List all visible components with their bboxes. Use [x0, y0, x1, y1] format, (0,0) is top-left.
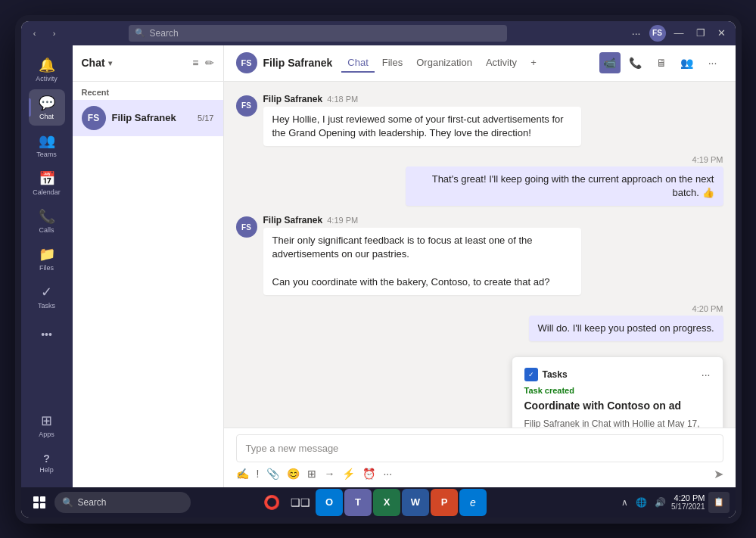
message-row-2: 4:19 PM That's great! I'll keep going wi…: [236, 155, 723, 206]
audio-call-btn[interactable]: 📞: [625, 52, 646, 73]
help-icon: ?: [43, 452, 50, 465]
tab-activity[interactable]: Activity: [480, 54, 523, 73]
chat-icon: 💬: [39, 95, 55, 111]
chat-list-item-filip[interactable]: FS Filip Safranek 5/17: [73, 100, 223, 136]
more-chat-options-btn[interactable]: ···: [702, 52, 723, 73]
minimize-btn[interactable]: —: [670, 26, 688, 40]
title-bar: ‹ › 🔍 ··· FS — ❐ ✕: [21, 21, 736, 45]
msg-bubble-2: That's great! I'll keep going with the c…: [406, 166, 723, 206]
taskbar-time: 4:20 PM: [671, 493, 705, 502]
taskbar-right: ∧ 🌐 🔊 4:20 PM 5/17/2021 📋: [619, 492, 730, 513]
sidebar-label-activity: Activity: [36, 75, 58, 82]
filip-avatar: FS: [82, 106, 106, 130]
emoji-icon[interactable]: 😊: [287, 468, 300, 480]
chat-dropdown-icon[interactable]: ▾: [108, 59, 112, 67]
chat-panel-title: Chat ▾: [82, 57, 112, 69]
chevron-up-icon[interactable]: ∧: [619, 496, 630, 509]
sidebar-item-help[interactable]: ? Help: [29, 445, 65, 481]
sidebar-item-more[interactable]: •••: [29, 316, 65, 353]
calendar-icon: 📅: [39, 170, 55, 187]
nav-back-btn[interactable]: ‹: [27, 26, 42, 41]
task-description: Filip Safranek in Chat with Hollie at Ma…: [524, 418, 711, 427]
message-input-area: Type a new message ✍ ! 📎 😊 ⊞ → ⚡ ⏰ ··· ➤: [224, 428, 736, 487]
task-view-btn[interactable]: ❑❑: [287, 489, 314, 516]
video-call-btn[interactable]: 📹: [599, 52, 621, 73]
send-btn[interactable]: ➤: [714, 467, 723, 481]
teams-app-btn[interactable]: T: [344, 489, 372, 516]
msg-sender-1: Filip Safranek: [263, 94, 323, 104]
sidebar-item-calendar[interactable]: 📅 Calendar: [29, 165, 65, 201]
word-app-btn[interactable]: W: [402, 489, 429, 516]
powerpoint-app-btn[interactable]: P: [431, 489, 458, 516]
chat-section-recent: Recent: [73, 82, 223, 100]
speaker-icon[interactable]: 🔊: [652, 496, 668, 509]
add-people-btn[interactable]: 👥: [677, 52, 698, 73]
tab-add[interactable]: +: [524, 54, 543, 73]
title-bar-search-input[interactable]: [150, 28, 501, 39]
sidebar-label-calendar: Calendar: [33, 188, 61, 196]
chat-header-avatar: FS: [236, 52, 257, 73]
chat-header-tabs: Chat Files Organization Activity +: [341, 54, 542, 73]
giphy-icon[interactable]: ⊞: [307, 468, 316, 480]
task-card-container: ✓ Tasks ··· Task created Coordinate with…: [236, 350, 723, 427]
restore-btn[interactable]: ❐: [692, 26, 709, 40]
sidebar-item-files[interactable]: 📁 Files: [29, 241, 65, 277]
files-icon: 📁: [39, 246, 55, 263]
messages-area: FS Filip Safranek 4:18 PM Hey Hollie, I …: [224, 82, 736, 428]
windows-logo: [33, 496, 45, 508]
msg-time-3: 4:19 PM: [327, 216, 358, 225]
sidebar-item-tasks[interactable]: ✓ Tasks: [29, 278, 65, 315]
screen-share-btn[interactable]: 🖥: [651, 52, 672, 73]
more-icon: •••: [41, 328, 52, 341]
chat-header-name: Filip Safranek: [263, 57, 333, 69]
more-options-btn[interactable]: ···: [628, 26, 645, 41]
nav-forward-btn[interactable]: ›: [47, 26, 62, 41]
start-btn[interactable]: [27, 490, 51, 515]
task-card: ✓ Tasks ··· Task created Coordinate with…: [512, 356, 723, 427]
taskbar-search-box[interactable]: 🔍 Search: [54, 492, 191, 513]
apps-icon: ⊞: [41, 412, 52, 429]
chat-header: FS Filip Safranek Chat Files Organizatio…: [224, 45, 736, 82]
sidebar-label-teams: Teams: [36, 151, 57, 158]
schedule-icon[interactable]: ⏰: [362, 468, 375, 480]
message-input-box[interactable]: Type a new message: [236, 434, 723, 462]
user-avatar[interactable]: FS: [649, 25, 666, 42]
tab-organization[interactable]: Organization: [410, 54, 478, 73]
title-bar-actions: ··· FS — ❐ ✕: [628, 25, 730, 42]
active-indicator: [29, 98, 31, 117]
sidebar-item-activity[interactable]: 🔔 Activity: [29, 51, 65, 88]
sidebar-item-calls[interactable]: 📞 Calls: [29, 203, 65, 239]
device-frame: ‹ › 🔍 ··· FS — ❐ ✕ 🔔 Activity: [15, 15, 742, 524]
new-chat-icon[interactable]: ✏: [205, 57, 214, 69]
network-icon[interactable]: 🌐: [633, 496, 649, 509]
task-card-more-btn[interactable]: ···: [702, 369, 711, 381]
edge-app-btn[interactable]: e: [459, 489, 487, 516]
meet-icon[interactable]: ⚡: [342, 468, 355, 480]
excel-app-btn[interactable]: X: [373, 489, 400, 516]
notification-badge[interactable]: 📋: [708, 492, 730, 513]
important-icon[interactable]: !: [257, 468, 260, 480]
taskbar-center: ⭕ ❑❑ O T X W P e: [258, 489, 487, 516]
taskbar-clock[interactable]: 4:20 PM 5/17/2021: [671, 493, 705, 511]
close-btn[interactable]: ✕: [714, 26, 730, 40]
sidebar-item-apps[interactable]: ⊞ Apps: [29, 407, 65, 443]
attach-icon[interactable]: 📎: [266, 468, 279, 480]
tasks-nav-icon: ✓: [41, 284, 52, 300]
msg-avatar-3: FS: [236, 216, 257, 238]
tab-chat[interactable]: Chat: [341, 54, 374, 73]
filip-name: Filip Safranek: [112, 112, 192, 123]
title-bar-search-box[interactable]: 🔍: [129, 25, 507, 42]
sticker-icon[interactable]: →: [324, 468, 334, 480]
sidebar-label-apps: Apps: [39, 431, 54, 438]
sidebar-item-teams[interactable]: 👥 Teams: [29, 127, 65, 163]
outlook-app-btn[interactable]: O: [316, 489, 343, 516]
tab-files[interactable]: Files: [376, 54, 409, 73]
format-icon[interactable]: ✍: [236, 468, 249, 480]
filter-icon[interactable]: ≡: [192, 57, 198, 69]
msg-content-4: 4:20 PM Will do. I'll keep you posted on…: [529, 304, 723, 341]
more-toolbar-icon[interactable]: ···: [383, 468, 392, 480]
cortana-btn[interactable]: ⭕: [258, 489, 285, 516]
msg-bubble-3: Their only significant feedback is to fo…: [263, 228, 581, 295]
sidebar-item-chat[interactable]: 💬 Chat: [29, 89, 65, 126]
app-area: 🔔 Activity 💬 Chat 👥 Teams 📅 Calendar: [21, 45, 736, 487]
